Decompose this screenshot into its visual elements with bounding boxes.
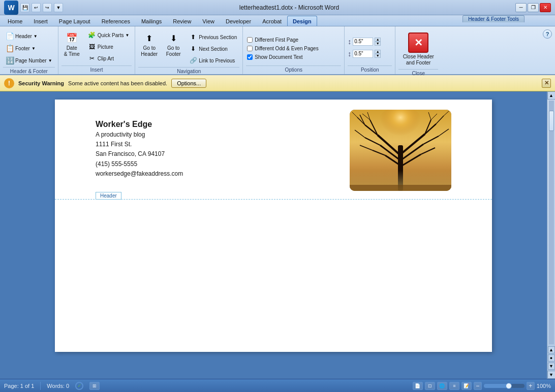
security-icon: ! [4, 78, 14, 88]
page-number-icon: 🔢 [6, 56, 14, 64]
close-header-footer-button[interactable]: ✕ Close Headerand Footer [399, 30, 438, 68]
footer-from-bottom-row: ↕ 0.5" ▲ ▼ [348, 49, 381, 58]
header-button[interactable]: 📄 Header ▼ [3, 30, 40, 42]
link-prev-icon: 🔗 [189, 56, 197, 64]
group-options: Different First Page Different Odd & Eve… [243, 26, 345, 74]
words-status: Words: 0 [47, 383, 69, 389]
quick-access-save[interactable]: 💾 [20, 3, 29, 12]
zoom-thumb[interactable] [506, 383, 512, 389]
titlebar: W 💾 ↩ ↪ ▼ letterheadtest1.dotx - Microso… [0, 0, 555, 15]
different-odd-even-checkbox[interactable]: Different Odd & Even Pages [246, 45, 319, 52]
tab-references[interactable]: References [96, 16, 136, 26]
footer-spin-up[interactable]: ▲ [375, 50, 381, 54]
tab-developer[interactable]: Developer [220, 16, 257, 26]
tab-review[interactable]: Review [167, 16, 197, 26]
scroll-thumb[interactable] [549, 111, 554, 131]
clip-art-icon: ✂ [88, 54, 96, 62]
picture-icon: 🖼 [88, 43, 96, 51]
different-first-page-checkbox[interactable]: Different First Page [246, 37, 299, 43]
show-document-text-input[interactable] [247, 54, 253, 60]
previous-section-button[interactable]: ⬆ Previous Section [187, 31, 239, 43]
close-window-button[interactable]: ✕ [540, 3, 551, 12]
security-options-button[interactable]: Options... [171, 79, 206, 88]
quick-access-redo[interactable]: ↪ [43, 3, 52, 12]
hf-tools-label: Header & Footer Tools [462, 15, 525, 22]
scroll-track[interactable] [549, 101, 554, 344]
full-screen-button[interactable]: ⊡ [425, 382, 435, 390]
group-insert: 📅 Date & Time 🧩 Quick Parts ▼ 🖼 Picture … [58, 26, 136, 74]
statusbar: Page: 1 of 1 Words: 0 ✓ ⊞ 📄 ⊡ 🌐 ≡ 📝 − + … [0, 379, 555, 392]
zoom-out-button[interactable]: − [474, 382, 482, 390]
scroll-down-button[interactable]: ▼ [547, 371, 556, 379]
help-button[interactable]: ? [543, 29, 552, 39]
different-first-page-input[interactable] [247, 37, 253, 43]
next-section-button[interactable]: ⬇ Next Section [187, 43, 239, 54]
quick-access-menu[interactable]: ▼ [54, 3, 63, 12]
track-changes-button[interactable]: ⊞ [89, 382, 100, 390]
group-close: ✕ Close Headerand Footer Close [395, 26, 441, 74]
clip-art-button[interactable]: ✂ Clip Art [85, 53, 132, 64]
group-header-footer: 📄 Header ▼ 📋 Footer ▼ 🔢 Page Number ▼ He… [0, 26, 58, 74]
zoom-in-button[interactable]: + [527, 382, 535, 390]
footer-from-bottom-field[interactable]: 0.5" [353, 50, 373, 58]
ribbon: 📄 Header ▼ 📋 Footer ▼ 🔢 Page Number ▼ He… [0, 26, 555, 75]
tab-insert[interactable]: Insert [28, 16, 53, 26]
page-number-button[interactable]: 🔢 Page Number ▼ [3, 55, 55, 66]
group-close-label: Close [398, 69, 438, 78]
tab-home[interactable]: Home [2, 16, 28, 26]
footer-spin-down[interactable]: ▼ [375, 54, 381, 58]
web-layout-button[interactable]: 🌐 [437, 382, 447, 390]
tab-design[interactable]: Design [287, 16, 317, 26]
go-to-header-button[interactable]: ⬆ Go toHeader [138, 29, 160, 59]
security-title: Security Warning [18, 80, 64, 86]
header-pos-icon: ↕ [348, 38, 351, 46]
show-document-text-checkbox[interactable]: Show Document Text [246, 54, 303, 60]
header-spin-up[interactable]: ▲ [375, 38, 381, 42]
tab-mailings[interactable]: Mailings [136, 16, 167, 26]
group-nav-label: Navigation [138, 67, 239, 76]
header-spin-down[interactable]: ▼ [375, 42, 381, 46]
window-title: letterheadtest1.dotx - Microsoft Word [239, 4, 340, 11]
header-from-top-row: ↕ 0.5" ▲ ▼ [348, 37, 381, 46]
go-to-footer-button[interactable]: ⬇ Go toFooter [163, 29, 183, 59]
group-insert-label: Insert [61, 66, 132, 74]
print-layout-button[interactable]: 📄 [413, 382, 423, 390]
different-odd-even-input[interactable] [247, 46, 253, 51]
scroll-select[interactable]: ● [548, 354, 555, 362]
footer-pos-spinner[interactable]: ▲ ▼ [375, 50, 381, 58]
group-hf-label: Header & Footer [3, 67, 55, 76]
security-close-button[interactable]: ✕ [542, 79, 551, 88]
picture-button[interactable]: 🖼 Picture [85, 41, 132, 52]
date-time-button[interactable]: 📅 Date & Time [61, 29, 82, 59]
quick-parts-button[interactable]: 🧩 Quick Parts ▼ [85, 29, 132, 41]
minimize-button[interactable]: ─ [515, 3, 527, 12]
draft-button[interactable]: 📝 [461, 382, 472, 390]
tab-page-layout[interactable]: Page Layout [53, 16, 96, 26]
link-to-previous-button[interactable]: 🔗 Link to Previous [187, 55, 239, 66]
next-section-icon: ⬇ [189, 45, 197, 53]
main-area: Worker's Edge A productivity blog 1111 F… [0, 91, 555, 379]
zoom-slider[interactable] [484, 384, 525, 388]
company-image [350, 110, 451, 191]
security-message: Some active content has been disabled. [68, 80, 167, 86]
header-pos-spinner[interactable]: ▲ ▼ [375, 38, 381, 46]
go-footer-icon: ⬇ [166, 31, 180, 45]
security-bar: ! Security Warning Some active content h… [0, 75, 555, 91]
zoom-level: 100% [537, 383, 551, 389]
outline-button[interactable]: ≡ [449, 382, 459, 390]
restore-button[interactable]: ❐ [528, 3, 539, 12]
document-header: Worker's Edge A productivity blog 1111 F… [55, 100, 492, 200]
window-controls: ─ ❐ ✕ [515, 3, 551, 12]
scroll-next-page[interactable]: ▼ [548, 363, 555, 370]
tab-view[interactable]: View [197, 16, 220, 26]
footer-button[interactable]: 📋 Footer ▼ [3, 43, 38, 54]
scroll-prev-page[interactable]: ▲ [548, 346, 555, 353]
quick-access-undo[interactable]: ↩ [32, 3, 41, 12]
header-from-top-field[interactable]: 0.5" [353, 38, 373, 46]
group-navigation: ⬆ Go toHeader ⬇ Go toFooter ⬆ Previous S… [135, 26, 243, 74]
group-options-label: Options [246, 66, 341, 74]
tab-acrobat[interactable]: Acrobat [257, 16, 287, 26]
scroll-up-button[interactable]: ▲ [547, 91, 556, 100]
group-position-label: Position [348, 66, 392, 74]
company-details: A productivity blog 1111 First St. San F… [96, 130, 183, 179]
